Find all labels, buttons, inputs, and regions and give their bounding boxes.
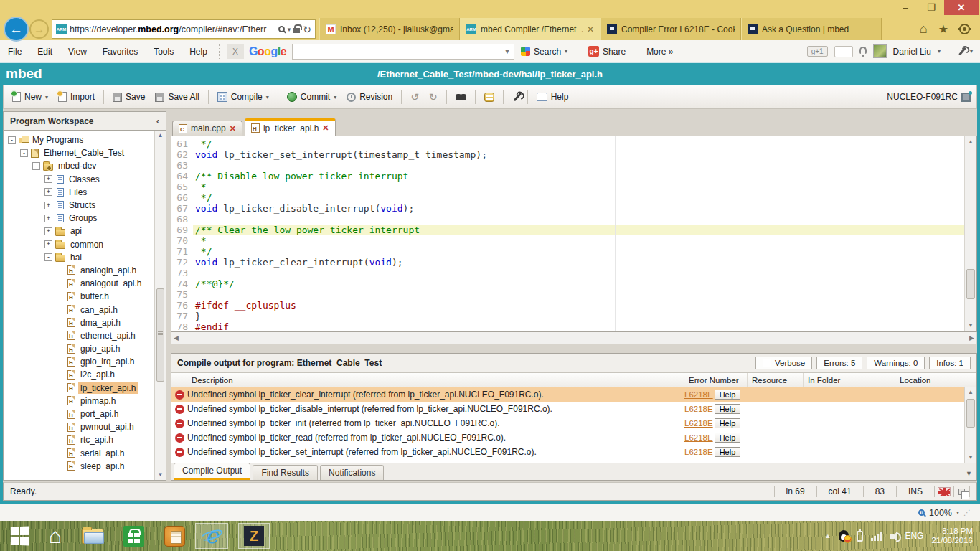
scroll-down-icon[interactable]: ▼ [965, 321, 976, 331]
menu-help[interactable]: Help [182, 47, 215, 57]
code-line[interactable]: 77} [171, 311, 964, 321]
zoom-dropdown-icon[interactable]: ▾ [956, 509, 959, 516]
close-button[interactable]: ✕ [944, 0, 979, 15]
error-code-link[interactable]: L6218E [684, 405, 713, 413]
google-toolbar-close-icon[interactable]: X [227, 44, 244, 59]
collapse-icon[interactable]: - [8, 136, 16, 144]
collapse-icon[interactable]: - [20, 149, 28, 157]
language-indicator[interactable]: ENG [905, 531, 923, 541]
scroll-thumb[interactable] [156, 288, 164, 382]
tree-item-sleep-api-h[interactable]: sleep_api.h [4, 460, 154, 473]
scroll-thumb[interactable] [966, 399, 975, 428]
tree-item-lp-ticker-api-h[interactable]: lp_ticker_api.h [4, 382, 154, 395]
code-line[interactable]: 68 [171, 214, 964, 225]
editor-hscrollbar[interactable]: ◀ ▶ [171, 332, 977, 344]
user-avatar[interactable] [873, 44, 887, 58]
collapse-panel-icon[interactable]: ‹ [156, 116, 159, 126]
panel-collapse-icon[interactable]: ▼ [966, 470, 972, 477]
panel-tab-notifications[interactable]: Notifications [320, 465, 384, 480]
tree-item-hal[interactable]: -hal [4, 251, 154, 264]
code-line[interactable]: 64/** Disable low power ticker interrupt [171, 171, 964, 182]
home-pinned-app[interactable]: ⌂ [49, 523, 62, 549]
browser-zoom-level[interactable]: 100% [929, 508, 952, 518]
user-name[interactable]: Daniel Liu [893, 47, 931, 57]
editor-vscrollbar[interactable]: ▲ ▼ [964, 136, 976, 331]
minimize-button[interactable]: – [892, 0, 918, 15]
windows-store-button[interactable] [123, 523, 144, 549]
column-resource[interactable]: Resource [748, 373, 804, 387]
battery-icon[interactable] [857, 531, 863, 542]
infos-filter-button[interactable]: Infos: 1 [929, 357, 971, 369]
errors-filter-button[interactable]: Errors: 5 [816, 357, 862, 369]
internet-explorer-button[interactable]: e [195, 523, 228, 549]
tree-item-buffer-h[interactable]: buffer.h [4, 290, 154, 303]
browser-tab[interactable]: MInbox (12,250) - jialiusk@gmail... [319, 18, 460, 40]
panel-tab-find-results[interactable]: Find Results [253, 465, 318, 480]
warnings-filter-button[interactable]: Warnings: 0 [867, 357, 925, 369]
tree-item-pinmap-h[interactable]: pinmap.h [4, 395, 154, 408]
start-button[interactable] [10, 523, 29, 549]
resize-grip[interactable]: ⋰ [963, 509, 971, 517]
browser-tab[interactable]: ARMmbed Compiler /Ethernet_...✕ [460, 18, 600, 40]
browser-tab[interactable]: Compiler Error L6218E - Cookb... [600, 18, 741, 40]
code-line[interactable]: 72void lp_ticker_clear_interrupt(void); [171, 257, 964, 268]
collapse-icon[interactable]: - [32, 162, 40, 170]
verbose-toggle[interactable]: Verbose [755, 357, 812, 369]
clock[interactable]: 8:18 PM 21/08/2016 [931, 527, 973, 545]
error-help-button[interactable]: Help [715, 433, 741, 443]
menu-tools[interactable]: Tools [146, 47, 182, 57]
tree-item-ethernet-api-h[interactable]: ethernet_api.h [4, 329, 154, 342]
tree-item-pwmout-api-h[interactable]: pwmout_api.h [4, 420, 154, 433]
compile-error-row[interactable]: Undefined symbol lp_ticker_clear_interru… [171, 387, 964, 402]
tree-item-ethernet-cable-test[interactable]: -Ethernet_Cable_Test [4, 146, 154, 159]
notifications-bell-icon[interactable] [859, 47, 867, 54]
scroll-up-icon[interactable]: ▲ [965, 137, 976, 147]
tree-item-classes[interactable]: +Classes [4, 173, 154, 186]
restore-button[interactable]: ❐ [918, 0, 944, 15]
mbed-logo[interactable]: mbed [3, 66, 42, 82]
tree-item-my-programs[interactable]: -My Programs [4, 133, 154, 146]
scroll-thumb[interactable] [966, 269, 975, 299]
menu-view[interactable]: View [60, 47, 95, 57]
google-search-button[interactable]: Search ▾ [514, 40, 574, 62]
collapse-icon[interactable]: - [44, 253, 52, 261]
tree-item-can-api-h[interactable]: can_api.h [4, 303, 154, 316]
scroll-right-icon[interactable]: ▶ [969, 334, 974, 342]
tree-item-mbed-dev[interactable]: -mbed-dev [4, 159, 154, 172]
code-line[interactable]: 61 */ [171, 138, 964, 149]
code-line[interactable]: 70 * [171, 235, 964, 246]
editor-tab-lp-ticker-api-h[interactable]: lp_ticker_api.h✕ [245, 118, 336, 136]
favorites-star-icon[interactable]: ★ [938, 22, 948, 36]
tree-item-gpio-irq-api-h[interactable]: gpio_irq_api.h [4, 355, 154, 368]
code-line[interactable]: 63 [171, 160, 964, 171]
expand-icon[interactable]: + [44, 215, 52, 222]
code-line[interactable]: 62void lp_ticker_set_interrupt(timestamp… [171, 149, 964, 160]
error-code-link[interactable]: L6218E [684, 448, 713, 456]
zoom-magnifier-icon[interactable] [918, 509, 925, 516]
code-line[interactable]: 76#ifdef __cplusplus [171, 300, 964, 311]
menu-favorites[interactable]: Favorites [95, 47, 146, 57]
forward-button[interactable]: → [29, 19, 49, 39]
code-area[interactable]: 61 */62void lp_ticker_set_interrupt(time… [171, 136, 964, 331]
new-button[interactable]: New▾ [8, 89, 52, 105]
share-button[interactable]: g+ Share [582, 40, 632, 62]
expand-icon[interactable]: + [44, 188, 52, 196]
tree-scrollbar[interactable]: ▲ ▼ [154, 131, 166, 480]
code-line[interactable]: 73 [171, 268, 964, 278]
tree-item-serial-api-h[interactable]: serial_api.h [4, 447, 154, 460]
more-button[interactable]: More » [640, 40, 679, 62]
undo-button[interactable]: ↺ [406, 89, 423, 105]
scroll-left-icon[interactable]: ◀ [174, 334, 179, 342]
expand-icon[interactable]: + [44, 240, 52, 248]
qq-messenger-icon[interactable] [839, 530, 849, 542]
code-line[interactable]: 69/** Clear the low power ticker interru… [171, 225, 964, 235]
z-app-button[interactable]: Z [238, 523, 270, 549]
commit-button[interactable]: Commit▾ [283, 89, 341, 105]
gplus-one-button[interactable]: g+1 [807, 46, 828, 57]
scroll-up-icon[interactable]: ▲ [158, 131, 164, 141]
redo-button[interactable]: ↻ [425, 89, 442, 105]
back-button[interactable]: ← [4, 17, 29, 42]
expand-icon[interactable]: + [44, 202, 52, 209]
volume-icon[interactable] [890, 534, 894, 539]
refresh-icon[interactable]: ↻ [303, 24, 311, 35]
